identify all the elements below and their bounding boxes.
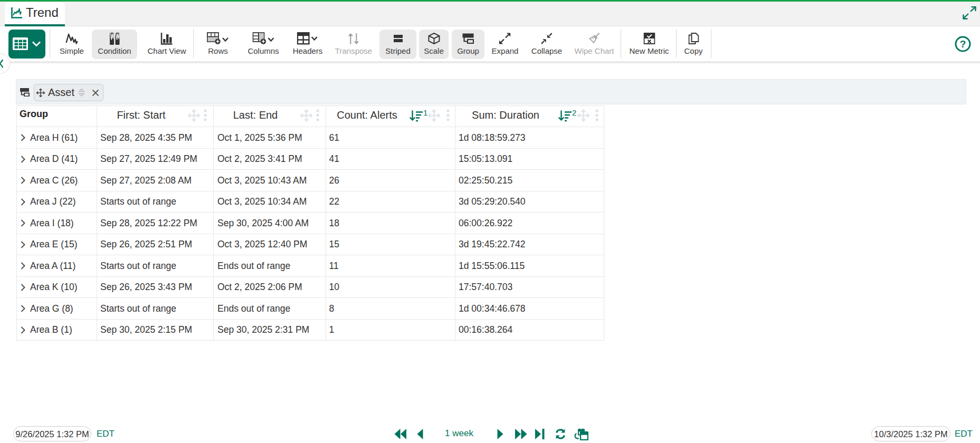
svg-text:?: ?	[960, 38, 966, 50]
